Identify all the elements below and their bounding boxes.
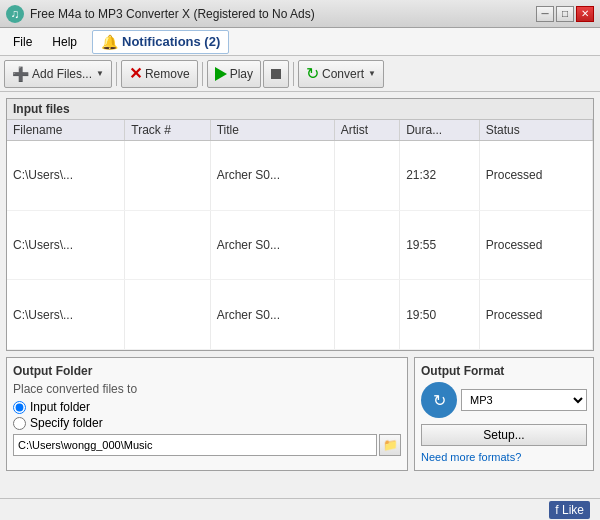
cell-status: Processed [479, 210, 592, 280]
remove-icon: ✕ [129, 64, 142, 83]
input-files-panel: Input files Filename Track # Title Artis… [6, 98, 594, 351]
output-format-title: Output Format [421, 364, 587, 378]
col-filename: Filename [7, 120, 125, 141]
format-icon: ↻ [421, 382, 457, 418]
radio-specify-label[interactable]: Specify folder [30, 416, 103, 430]
radio-input-label[interactable]: Input folder [30, 400, 90, 414]
radio-specify-row: Specify folder [13, 416, 401, 430]
cell-status: Processed [479, 141, 592, 211]
files-table: Filename Track # Title Artist Dura... St… [7, 120, 593, 350]
toolbar: ➕ Add Files... ▼ ✕ Remove Play ↻ Convert… [0, 56, 600, 92]
folder-path-input[interactable] [13, 434, 377, 456]
fb-like-label: f Like [555, 503, 584, 517]
maximize-button[interactable]: □ [556, 6, 574, 22]
status-bar: f Like [0, 498, 600, 520]
title-bar-left: ♫ Free M4a to MP3 Converter X (Registere… [6, 5, 315, 23]
add-files-icon: ➕ [12, 66, 29, 82]
notifications-icon: 🔔 [101, 34, 118, 50]
fb-like-button[interactable]: f Like [549, 501, 590, 519]
stop-icon [271, 69, 281, 79]
cell-filename: C:\Users\... [7, 141, 125, 211]
cell-track [125, 280, 210, 350]
remove-button[interactable]: ✕ Remove [121, 60, 198, 88]
files-table-container[interactable]: Filename Track # Title Artist Dura... St… [7, 120, 593, 350]
add-files-dropdown-arrow: ▼ [96, 69, 104, 78]
cell-duration: 19:55 [400, 210, 480, 280]
cell-duration: 21:32 [400, 141, 480, 211]
convert-dropdown-arrow: ▼ [368, 69, 376, 78]
cell-title: Archer S0... [210, 141, 334, 211]
col-title: Title [210, 120, 334, 141]
table-row[interactable]: C:\Users\... Archer S0... 21:32 Processe… [7, 141, 593, 211]
files-table-header: Filename Track # Title Artist Dura... St… [7, 120, 593, 141]
output-folder-panel: Output Folder Place converted files to I… [6, 357, 408, 471]
menu-bar: File Help 🔔 Notifications (2) [0, 28, 600, 56]
bottom-panels: Output Folder Place converted files to I… [6, 357, 594, 471]
col-track: Track # [125, 120, 210, 141]
cell-track [125, 141, 210, 211]
cell-artist [334, 280, 400, 350]
cell-title: Archer S0... [210, 280, 334, 350]
minimize-button[interactable]: ─ [536, 6, 554, 22]
window-title: Free M4a to MP3 Converter X (Registered … [30, 7, 315, 21]
table-row[interactable]: C:\Users\... Archer S0... 19:55 Processe… [7, 210, 593, 280]
folder-browse-button[interactable]: 📁 [379, 434, 401, 456]
radio-input-row: Input folder [13, 400, 401, 414]
radio-input-folder[interactable] [13, 401, 26, 414]
folder-browse-icon: 📁 [383, 438, 398, 452]
menu-help[interactable]: Help [43, 31, 86, 53]
files-table-header-row: Filename Track # Title Artist Dura... St… [7, 120, 593, 141]
play-button[interactable]: Play [207, 60, 261, 88]
format-row: ↻ MP3AACOGGFLACWAV [421, 382, 587, 418]
output-folder-title: Output Folder [13, 364, 401, 378]
remove-label: Remove [145, 67, 190, 81]
cell-filename: C:\Users\... [7, 280, 125, 350]
setup-button[interactable]: Setup... [421, 424, 587, 446]
app-icon: ♫ [6, 5, 24, 23]
cell-artist [334, 210, 400, 280]
add-files-button[interactable]: ➕ Add Files... ▼ [4, 60, 112, 88]
table-row[interactable]: C:\Users\... Archer S0... 19:50 Processe… [7, 280, 593, 350]
cell-status: Processed [479, 280, 592, 350]
col-status: Status [479, 120, 592, 141]
folder-input-row: 📁 [13, 434, 401, 456]
play-label: Play [230, 67, 253, 81]
notifications-tab[interactable]: 🔔 Notifications (2) [92, 30, 229, 54]
close-button[interactable]: ✕ [576, 6, 594, 22]
play-icon [215, 67, 227, 81]
toolbar-separator-1 [116, 62, 117, 86]
col-artist: Artist [334, 120, 400, 141]
col-duration: Dura... [400, 120, 480, 141]
convert-label: Convert [322, 67, 364, 81]
cell-artist [334, 141, 400, 211]
files-table-body: C:\Users\... Archer S0... 21:32 Processe… [7, 141, 593, 350]
radio-specify-folder[interactable] [13, 417, 26, 430]
convert-button[interactable]: ↻ Convert ▼ [298, 60, 384, 88]
title-controls: ─ □ ✕ [536, 6, 594, 22]
toolbar-separator-2 [202, 62, 203, 86]
menu-file[interactable]: File [4, 31, 41, 53]
format-select[interactable]: MP3AACOGGFLACWAV [461, 389, 587, 411]
input-files-header: Input files [7, 99, 593, 120]
cell-duration: 19:50 [400, 280, 480, 350]
cell-track [125, 210, 210, 280]
output-folder-subtitle: Place converted files to [13, 382, 401, 396]
notifications-label: Notifications (2) [122, 34, 220, 49]
title-bar: ♫ Free M4a to MP3 Converter X (Registere… [0, 0, 600, 28]
cell-filename: C:\Users\... [7, 210, 125, 280]
main-area: Input files Filename Track # Title Artis… [0, 92, 600, 477]
toolbar-separator-3 [293, 62, 294, 86]
more-formats-link[interactable]: Need more formats? [421, 451, 521, 463]
add-files-label: Add Files... [32, 67, 92, 81]
stop-button[interactable] [263, 60, 289, 88]
format-icon-symbol: ↻ [433, 391, 446, 410]
cell-title: Archer S0... [210, 210, 334, 280]
output-format-panel: Output Format ↻ MP3AACOGGFLACWAV Setup..… [414, 357, 594, 471]
convert-icon: ↻ [306, 64, 319, 83]
